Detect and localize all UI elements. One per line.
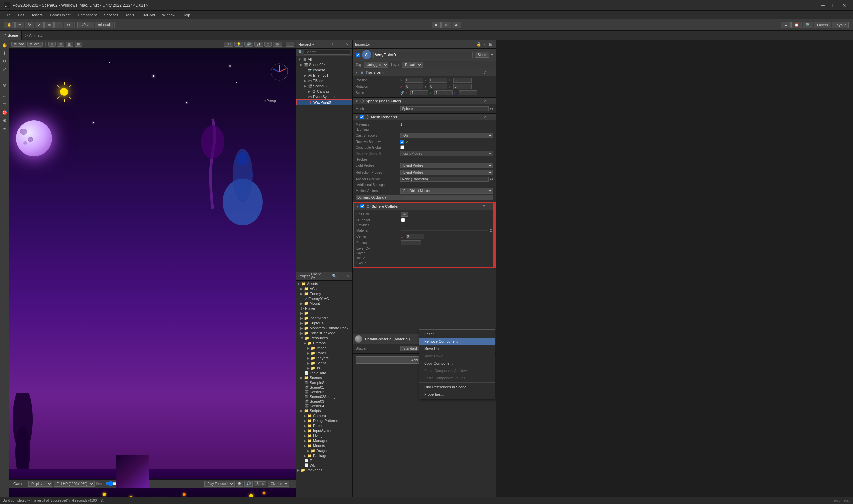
tree-item-tback[interactable]: ▶ 🎮 TBack › <box>296 78 352 83</box>
transform-settings-btn[interactable]: ? <box>483 70 487 74</box>
tab-scene[interactable]: ⊕ Scene <box>0 31 22 40</box>
game-tab[interactable]: Game <box>11 482 25 486</box>
mesh-select-btn[interactable]: ⊙ <box>490 107 493 111</box>
scene-icon2[interactable]: ⊟ <box>57 42 64 47</box>
proj-panel[interactable]: ▶ 📁 Panel <box>296 351 352 356</box>
proj-players[interactable]: ▶ 📁 Players <box>296 356 352 361</box>
mesh-renderer-header[interactable]: ▼ ⬡ Mesh Renderer ? ⋮ <box>353 113 496 120</box>
proj-t[interactable]: 📄 T <box>296 458 352 463</box>
proj-samplescene[interactable]: 🎬 SampleScene <box>296 380 352 385</box>
proj-packages[interactable]: ▶ 📁 Packages <box>296 468 352 473</box>
tree-item-eventsystem[interactable]: 🎮 EventSystem <box>296 94 352 99</box>
contribute-global-checkbox[interactable] <box>400 145 404 149</box>
2d-btn[interactable]: 2D <box>224 42 233 47</box>
static-button[interactable]: Static <box>475 52 489 58</box>
proj-scene01[interactable]: 🎬 Scene01 <box>296 385 352 390</box>
transform-tool[interactable]: ⊞ <box>54 22 63 28</box>
close-button[interactable]: ✕ <box>840 1 849 10</box>
scene-view-btn[interactable]: ⊡ <box>264 42 271 47</box>
transform-header[interactable]: ▼ ⊞ Transform ? ⋮ <box>353 69 496 76</box>
game-resolution-dropdown[interactable]: Full HD (1920x1080) <box>54 481 95 487</box>
pivot-scene-btn[interactable]: ⊕Pivot <box>11 42 26 47</box>
lt-scale[interactable]: ⤢ <box>1 65 8 73</box>
tree-item-waypoint0[interactable]: 📍 WayPoint0 <box>296 99 352 105</box>
inspector-popout-btn[interactable]: ⊞ <box>488 41 494 47</box>
scale-x-input[interactable]: 1 <box>410 90 428 95</box>
ctx-copy-component[interactable]: Copy Component <box>419 360 495 367</box>
mesh-filter-settings-btn[interactable]: ? <box>483 99 487 103</box>
scene-icon4[interactable]: ⊞ <box>75 42 82 47</box>
cast-shadows-dropdown[interactable]: On Off Two Sided Shadows Only <box>400 132 493 138</box>
layout-button[interactable]: Layout <box>832 22 849 28</box>
rot-y-input[interactable]: 0 <box>429 84 447 89</box>
proj-image[interactable]: ▶ 📁 Image <box>296 346 352 351</box>
mesh-filter-more-btn[interactable]: ⋮ <box>488 99 494 103</box>
ctx-reset[interactable]: Reset <box>419 330 495 338</box>
proj-scene04[interactable]: 🎬 Scene04 <box>296 404 352 409</box>
mute-btn[interactable]: 🔊 <box>244 481 252 487</box>
rect-tool[interactable]: ▭ <box>44 22 54 28</box>
hand-tool[interactable]: ✋ <box>4 22 15 28</box>
scale-y-input[interactable]: 1 <box>434 90 453 95</box>
local-button[interactable]: ⊕Local <box>95 22 113 28</box>
proj-kriptofx[interactable]: ▶ 📁 KriptoFX <box>296 321 352 326</box>
tab-animator[interactable]: ▷ Animator <box>22 31 47 40</box>
proj-scene02[interactable]: 🎬 Scene02 <box>296 390 352 394</box>
tag-dropdown[interactable]: Untagged <box>363 62 388 68</box>
project-search-btn[interactable]: 🔍 <box>332 273 337 279</box>
static-dropdown-btn[interactable]: ▾ <box>491 52 493 57</box>
menu-gameobject[interactable]: GameObject <box>47 12 74 18</box>
layer-dropdown[interactable]: Default <box>402 62 423 68</box>
proj-ui[interactable]: ▶ 📁 UI <box>296 311 352 316</box>
proj-managers[interactable]: ▶ 📁 Managers <box>296 438 352 443</box>
center-x-input[interactable]: 0 <box>406 234 424 239</box>
object-active-checkbox[interactable] <box>356 53 360 57</box>
mesh-renderer-more-btn[interactable]: ⋮ <box>488 115 494 119</box>
project-add-btn[interactable]: + <box>325 273 331 279</box>
proj-ts[interactable]: ▶ 📁 Ts <box>296 366 352 371</box>
proj-package[interactable]: ▶ 📁 Package <box>296 453 352 458</box>
receive-shadows-checkbox[interactable] <box>400 140 404 144</box>
lt-picker[interactable]: 🎯 <box>1 109 8 116</box>
stats-btn[interactable]: Stats <box>254 481 266 486</box>
light-btn[interactable]: 💡 <box>234 42 243 47</box>
tree-item-scene02-child[interactable]: ▶ 🎬 Scene02 <box>296 83 352 89</box>
lt-extra[interactable]: ≡ <box>1 125 8 132</box>
tree-item-camera[interactable]: 📷 camera <box>296 67 352 73</box>
collab-button[interactable]: ☁ <box>781 22 791 28</box>
sphere-collider-more-btn[interactable]: ⋮ <box>487 204 493 209</box>
gizmos-dropdown[interactable]: Gizmos <box>268 481 289 487</box>
rotate-tool[interactable]: ↻ <box>25 22 34 28</box>
sphere-collider-header[interactable]: ▼ ⊙ Sphere Collider ? ⋮ <box>354 203 495 210</box>
pivot-button[interactable]: ⊕Pivot <box>77 22 94 28</box>
cloud-button[interactable]: ⏰ <box>792 22 802 28</box>
tree-item-canvas[interactable]: ▶ 🖼 Canvas <box>296 89 352 94</box>
proj-acs[interactable]: ▶ 📁 ACs <box>296 287 352 291</box>
proj-portals[interactable]: ▶ 📁 PortalsPackage <box>296 331 352 336</box>
local-scene-btn[interactable]: ⊕Local <box>27 42 43 47</box>
proj-tabledata[interactable]: 📄 TableData <box>296 371 352 375</box>
hierarchy-more-btn[interactable]: ⋮ <box>337 41 343 47</box>
proj-inputsystem[interactable]: ▶ 📁 InputSystem <box>296 428 352 433</box>
lt-rotate[interactable]: ↻ <box>1 57 8 65</box>
dynamic-occlusion-dropdown[interactable]: Dynamic Occlusic ▾ <box>356 195 493 200</box>
proj-wb[interactable]: 📄 WB <box>296 463 352 468</box>
anchor-select-btn[interactable]: ⊙ <box>490 177 493 181</box>
layers-button[interactable]: Layers <box>814 22 831 28</box>
sphere-collider-settings-btn[interactable]: ? <box>482 204 486 208</box>
menu-tools[interactable]: Tools <box>122 12 138 18</box>
pause-button[interactable]: ⏸ <box>442 22 451 28</box>
ctx-find-references[interactable]: Find References In Scene <box>419 383 495 391</box>
proj-prefabs[interactable]: ▶ 📁 Prefabs <box>296 341 352 346</box>
edit-collider-btn[interactable]: ✏ <box>401 212 408 217</box>
light-probes-dropdown[interactable]: Blend Probes <box>400 163 493 168</box>
material-select-btn[interactable]: ⊙ <box>490 228 493 233</box>
minimize-button[interactable]: ─ <box>818 1 828 10</box>
rot-z-input[interactable]: 0 <box>454 84 472 89</box>
lt-hand[interactable]: ✋ <box>1 41 8 49</box>
pos-x-input[interactable]: 0 <box>405 78 423 83</box>
proj-dragon[interactable]: ▶ 📁 Dragon <box>296 448 352 453</box>
gizmos-scene-btn[interactable]: ⊞▾ <box>273 42 282 47</box>
play-focused-dropdown[interactable]: Play Focused <box>204 481 235 487</box>
project-more-btn[interactable]: ⋮ <box>338 273 343 279</box>
